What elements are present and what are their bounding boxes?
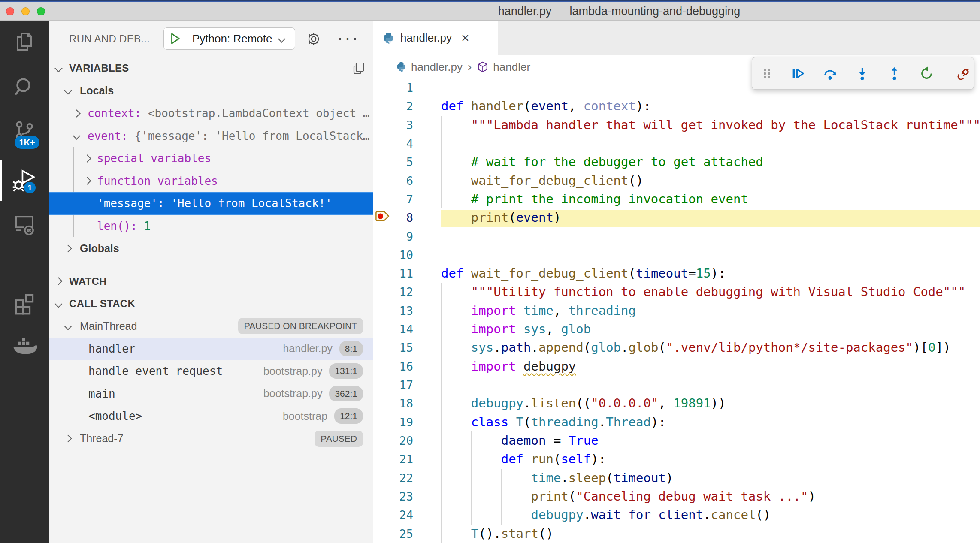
close-tab-icon[interactable]: × bbox=[461, 30, 469, 46]
code-line[interactable]: 13 import time, threading bbox=[373, 302, 980, 320]
line-number: 15 bbox=[373, 338, 413, 357]
drag-handle-icon[interactable] bbox=[762, 66, 773, 81]
code-line[interactable]: 19 class T(threading.Thread): bbox=[373, 413, 980, 431]
code-area[interactable]: 12def handler(event, context):3 """Lambd… bbox=[373, 78, 980, 543]
code-line-text: import debugpy bbox=[441, 357, 576, 376]
frame-position-badge: 362:1 bbox=[329, 386, 363, 401]
code-line[interactable]: 14 import sys, glob bbox=[373, 320, 980, 338]
code-line[interactable]: 4 bbox=[373, 134, 980, 153]
line-number: 17 bbox=[373, 376, 413, 394]
sidebar-item-remote-explorer[interactable] bbox=[0, 204, 49, 245]
breakpoint-current-line-icon[interactable] bbox=[375, 210, 391, 224]
continue-button[interactable] bbox=[791, 66, 805, 81]
sidebar-item-run-and-debug[interactable] bbox=[0, 160, 49, 201]
call-stack-thread-row[interactable]: MainThreadPAUSED ON BREAKPOINT bbox=[49, 315, 373, 338]
code-line[interactable]: 10 bbox=[373, 246, 980, 264]
chevron-down-icon bbox=[54, 300, 62, 308]
call-stack-section-header[interactable]: CALL STACK bbox=[49, 293, 373, 315]
step-out-button[interactable] bbox=[887, 66, 901, 81]
tab-handler-py[interactable]: handler.py × bbox=[373, 21, 498, 55]
frame-position-badge: 131:1 bbox=[329, 363, 363, 379]
call-stack-frame-row[interactable]: handle_event_requestbootstrap.py131:1 bbox=[49, 360, 373, 383]
start-debug-icon[interactable] bbox=[169, 32, 181, 45]
traffic-lights bbox=[6, 7, 45, 15]
variable-row[interactable]: special variables bbox=[49, 147, 373, 170]
call-stack-frame-row[interactable]: <module>bootstrap12:1 bbox=[49, 405, 373, 428]
call-stack-frame-row[interactable]: handlerhandler.py8:1 bbox=[49, 338, 373, 360]
chevron-right-icon bbox=[64, 244, 72, 252]
variables-scope-globals[interactable]: Globals bbox=[49, 237, 373, 260]
debug-toolbar bbox=[752, 57, 974, 90]
code-line[interactable]: 20 daemon = True bbox=[373, 431, 980, 450]
line-number: 16 bbox=[373, 357, 413, 376]
indent-guide bbox=[441, 134, 442, 153]
variables-section-header[interactable]: VARIABLES bbox=[49, 57, 373, 80]
sidebar-item-explorer[interactable] bbox=[0, 21, 49, 62]
variable-row[interactable]: context: <bootstrap.LambdaContext object… bbox=[49, 102, 373, 125]
code-line[interactable]: 21 def run(self): bbox=[373, 450, 980, 468]
variable-name: Globals bbox=[80, 242, 119, 255]
code-line-text: print("Canceling debug wait task ...") bbox=[441, 487, 816, 506]
variable-name: special variables bbox=[97, 152, 211, 165]
activity-bar: 1K+ 1 bbox=[0, 21, 49, 543]
line-number: 14 bbox=[373, 320, 413, 338]
line-number: 1 bbox=[373, 78, 413, 97]
restart-button[interactable] bbox=[920, 66, 934, 81]
breadcrumb-symbol[interactable]: handler bbox=[493, 60, 530, 74]
chevron-right-icon bbox=[54, 278, 62, 285]
frame-name: handle_event_request bbox=[88, 365, 223, 377]
code-line[interactable]: 9 bbox=[373, 227, 980, 246]
code-line[interactable]: 22 time.sleep(timeout) bbox=[373, 469, 980, 487]
variables-scope-locals[interactable]: Locals bbox=[49, 80, 373, 103]
breadcrumb-file[interactable]: handler.py bbox=[411, 60, 463, 74]
variable-row[interactable]: function variables bbox=[49, 170, 373, 193]
sidebar-item-extensions[interactable] bbox=[0, 283, 49, 324]
code-line[interactable]: 11def wait_for_debug_client(timeout=15): bbox=[373, 264, 980, 283]
more-actions-icon[interactable]: ··· bbox=[337, 21, 360, 55]
code-line[interactable]: 23 print("Canceling debug wait task ..."… bbox=[373, 487, 980, 506]
code-line[interactable]: 6 wait_for_debug_client() bbox=[373, 172, 980, 190]
chevron-down-icon bbox=[54, 64, 62, 72]
line-number: 2 bbox=[373, 97, 413, 115]
thread-status-badge: PAUSED bbox=[315, 431, 363, 447]
disconnect-button[interactable] bbox=[957, 66, 971, 81]
call-stack-frame-row[interactable]: mainbootstrap.py362:1 bbox=[49, 383, 373, 405]
line-number: 11 bbox=[373, 264, 413, 283]
gear-icon[interactable] bbox=[306, 32, 321, 46]
code-line[interactable]: 16 import debugpy bbox=[373, 357, 980, 376]
code-line[interactable]: 17 bbox=[373, 376, 980, 394]
line-number: 20 bbox=[373, 431, 413, 450]
code-line[interactable]: 18 debugpy.listen(("0.0.0.0", 19891)) bbox=[373, 394, 980, 413]
zoom-window-button[interactable] bbox=[37, 7, 45, 15]
sidebar-item-docker[interactable] bbox=[0, 326, 49, 367]
variable-row[interactable]: len(): 1 bbox=[49, 215, 373, 238]
code-line-text: T().start() bbox=[441, 525, 554, 543]
step-over-button[interactable] bbox=[823, 66, 837, 81]
code-line-text: import sys, glob bbox=[441, 320, 591, 338]
code-line[interactable]: 8 print(event) bbox=[373, 208, 980, 227]
vscode-window: handler.py — lambda-mounting-and-debuggi… bbox=[0, 0, 980, 543]
code-line[interactable]: 5 # wait for the debugger to get attache… bbox=[373, 153, 980, 171]
python-icon bbox=[396, 61, 407, 72]
code-line[interactable]: 7 # print the incoming invocation event bbox=[373, 190, 980, 208]
line-number: 23 bbox=[373, 487, 413, 506]
sidebar-item-search[interactable] bbox=[0, 66, 49, 108]
collapse-variables-icon[interactable] bbox=[352, 61, 366, 77]
variable-value: {'message': 'Hello from LocalStack… bbox=[128, 130, 370, 142]
close-window-button[interactable] bbox=[6, 7, 14, 15]
debug-config-dropdown[interactable]: Python: Remote bbox=[163, 27, 295, 50]
variable-row[interactable]: 'message': 'Hello from LocalStack!' bbox=[49, 192, 373, 215]
code-line[interactable]: 24 debugpy.wait_for_client.cancel() bbox=[373, 506, 980, 524]
code-line[interactable]: 3 """Lambda handler that will get invoke… bbox=[373, 116, 980, 134]
step-into-button[interactable] bbox=[855, 66, 869, 81]
code-line[interactable]: 12 """Utility function to enable debuggi… bbox=[373, 283, 980, 301]
watch-section-header[interactable]: WATCH bbox=[49, 270, 373, 293]
variable-name: 'message': bbox=[97, 197, 164, 210]
call-stack-thread-row[interactable]: Thread-7PAUSED bbox=[49, 428, 373, 450]
code-line[interactable]: 2def handler(event, context): bbox=[373, 97, 980, 115]
variable-name: context: bbox=[88, 107, 141, 120]
variable-row[interactable]: event: {'message': 'Hello from LocalStac… bbox=[49, 125, 373, 148]
code-line[interactable]: 15 sys.path.append(glob.glob(".venv/lib/… bbox=[373, 338, 980, 357]
minimize-window-button[interactable] bbox=[21, 7, 30, 15]
code-line[interactable]: 25 T().start() bbox=[373, 525, 980, 543]
